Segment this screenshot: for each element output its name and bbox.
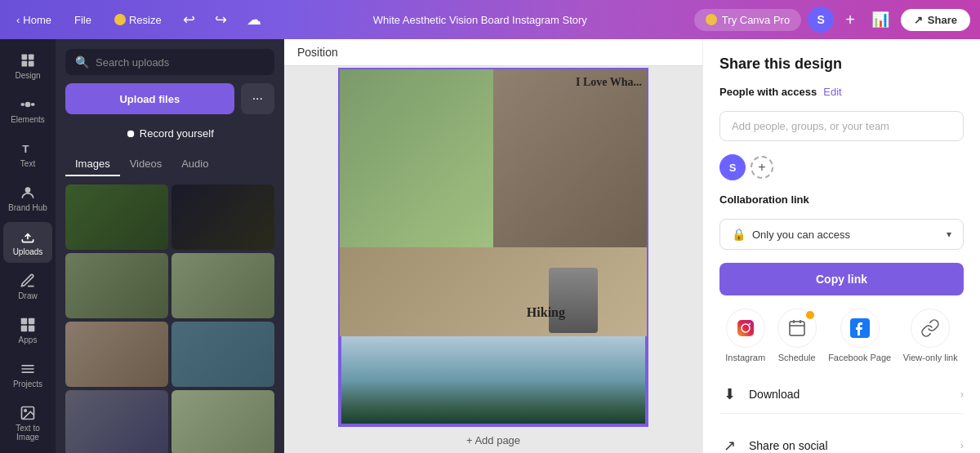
schedule-badge [806, 311, 814, 319]
board-text: I Love Wha... [576, 76, 642, 89]
analytics-button[interactable]: 📊 [866, 7, 894, 32]
resize-nav[interactable]: Resize [108, 11, 168, 29]
sidebar-item-draw[interactable]: Draw [3, 266, 52, 307]
redo-button[interactable]: ↪ [210, 7, 232, 32]
add-people-button[interactable]: + [751, 156, 773, 179]
schedule-icon [777, 309, 817, 348]
svg-rect-6 [31, 103, 34, 105]
share-button[interactable]: ↗ Share [901, 9, 970, 31]
home-label: Home [23, 14, 51, 26]
search-icon: 🔍 [75, 56, 89, 69]
access-dropdown[interactable]: 🔒 Only you can access ▾ [719, 219, 964, 250]
instagram-icon [726, 309, 765, 348]
list-item[interactable] [65, 390, 168, 453]
list-item[interactable] [172, 184, 274, 250]
tab-videos[interactable]: Videos [120, 153, 172, 176]
canvas-toolbar: Position [284, 39, 702, 66]
svg-rect-1 [29, 55, 34, 60]
add-collaborator-button[interactable]: + [840, 7, 860, 33]
tab-audio[interactable]: Audio [172, 153, 218, 176]
undo-button[interactable]: ↩ [178, 7, 200, 32]
sidebar-item-brand[interactable]: Brand Hub [3, 178, 52, 219]
svg-point-17 [749, 323, 751, 325]
list-item[interactable] [65, 322, 168, 387]
share-social-action[interactable]: ↗ Share on social › [719, 427, 964, 453]
add-page-bar[interactable]: + Add page [460, 428, 527, 453]
uploads-panel: 🔍 Upload files ··· ⏺ Record yourself Ima… [56, 39, 284, 453]
file-nav[interactable]: File [68, 11, 98, 29]
view-only-link-icon [911, 309, 950, 348]
user-avatar[interactable]: S [808, 7, 834, 33]
list-item[interactable] [172, 253, 274, 318]
resize-label: Resize [129, 14, 162, 26]
home-nav[interactable]: ‹ Home [10, 11, 58, 29]
access-label: Only you can access [752, 229, 940, 241]
schedule-share-button[interactable]: Schedule [777, 309, 817, 362]
cloud-save-button[interactable]: ☁ [242, 7, 266, 32]
sidebar-item-elements[interactable]: Elements [3, 90, 52, 131]
sidebar-apps-label: Apps [19, 335, 38, 344]
add-page-label: + Add page [466, 434, 520, 446]
facebook-share-button[interactable]: Facebook Page [828, 309, 891, 362]
svg-rect-10 [29, 318, 35, 325]
instagram-share-button[interactable]: Instagram [725, 309, 765, 362]
svg-rect-18 [790, 322, 804, 335]
list-item[interactable] [172, 390, 274, 453]
sidebar-elements-label: Elements [11, 115, 45, 124]
list-item[interactable] [172, 322, 274, 387]
hiking-label: Hiking [527, 305, 565, 320]
tab-images[interactable]: Images [65, 153, 120, 176]
try-pro-label: Try Canva Pro [722, 14, 790, 26]
topbar: ‹ Home File Resize ↩ ↪ ☁ White Aesthetic… [0, 0, 980, 39]
sidebar-item-apps[interactable]: Apps [3, 310, 52, 351]
copy-link-button[interactable]: Copy link [719, 263, 964, 295]
download-action[interactable]: ⬇ Download › [719, 375, 964, 414]
sidebar-brand-label: Brand Hub [8, 203, 47, 212]
sidebar-projects-label: Projects [13, 380, 42, 389]
add-people-input[interactable] [719, 111, 964, 141]
record-label: Record yourself [140, 127, 214, 140]
svg-rect-12 [29, 326, 35, 332]
search-input[interactable] [96, 56, 265, 69]
canvas-board[interactable]: I Love Wha... Hiking [338, 68, 648, 427]
svg-rect-15 [737, 320, 754, 336]
sidebar-item-design[interactable]: Design [3, 46, 52, 87]
main-content: Design Elements T Text Brand Hub Uploads… [0, 39, 980, 453]
schedule-label: Schedule [778, 353, 816, 362]
lock-icon: 🔒 [732, 228, 746, 241]
record-yourself-button[interactable]: ⏺ Record yourself [65, 122, 274, 144]
sidebar-item-text[interactable]: T Text [3, 134, 52, 175]
record-icon: ⏺ [126, 127, 140, 140]
svg-text:T: T [22, 143, 29, 155]
people-access-label: People with access [719, 86, 817, 98]
view-only-link-button[interactable]: View-only link [903, 309, 958, 362]
list-item[interactable] [65, 184, 168, 250]
list-item[interactable] [65, 253, 168, 318]
svg-rect-9 [21, 318, 28, 325]
svg-rect-2 [22, 61, 28, 67]
download-chevron-icon: › [960, 389, 964, 400]
sidebar-item-projects[interactable]: Projects [3, 354, 52, 395]
user-mini-avatar: S [719, 154, 746, 180]
svg-rect-0 [22, 55, 28, 60]
share-panel-title: Share this design [719, 56, 964, 73]
upload-files-button[interactable]: Upload files [65, 83, 234, 114]
facebook-icon [840, 309, 880, 348]
avatar-row: S + [719, 154, 964, 180]
edit-link[interactable]: Edit [823, 86, 841, 98]
canvas-content[interactable]: I Love Wha... Hiking [284, 66, 702, 428]
share-panel: Share this design People with access Edi… [702, 39, 980, 453]
document-title: White Aesthetic Vision Board Instagram S… [273, 14, 688, 26]
chevron-down-icon: ▾ [947, 229, 951, 240]
sidebar-draw-label: Draw [18, 291, 37, 300]
sidebar-text-to-image-label: Text to Image [7, 424, 49, 442]
sidebar-item-text-to-image[interactable]: Text to Image [3, 398, 52, 448]
sidebar-uploads-label: Uploads [13, 247, 43, 256]
upload-more-button[interactable]: ··· [241, 83, 274, 114]
svg-point-8 [25, 187, 31, 193]
search-box[interactable]: 🔍 [65, 49, 274, 75]
try-pro-button[interactable]: Try Canva Pro [694, 9, 801, 31]
sidebar-item-uploads[interactable]: Uploads [3, 222, 52, 263]
download-label: Download [749, 388, 951, 401]
share-social-icon: ↗ [719, 437, 739, 453]
